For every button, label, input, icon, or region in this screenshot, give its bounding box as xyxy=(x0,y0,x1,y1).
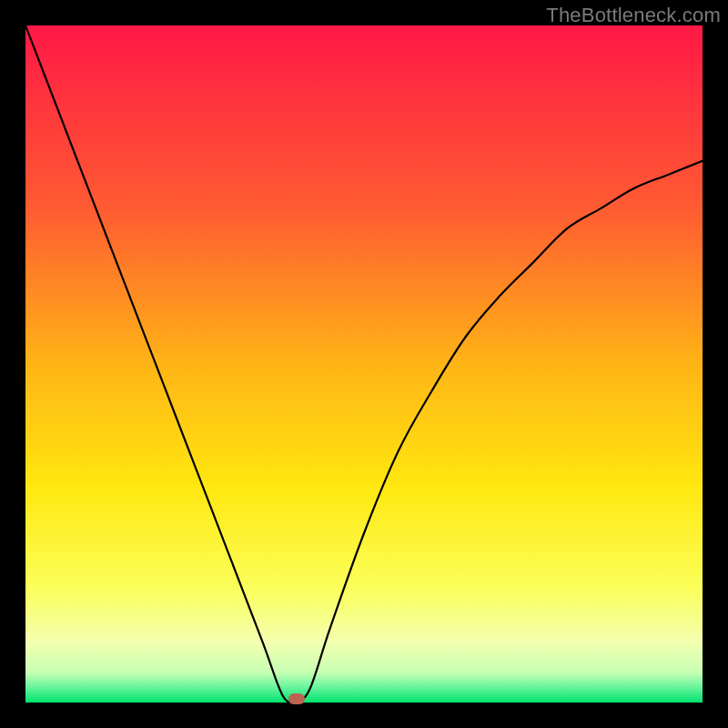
chart-frame: TheBottleneck.com xyxy=(0,0,728,728)
watermark-text: TheBottleneck.com xyxy=(546,4,721,27)
bottleneck-curve xyxy=(25,25,703,703)
plot-area xyxy=(25,25,703,703)
optimal-point-marker xyxy=(288,693,305,704)
